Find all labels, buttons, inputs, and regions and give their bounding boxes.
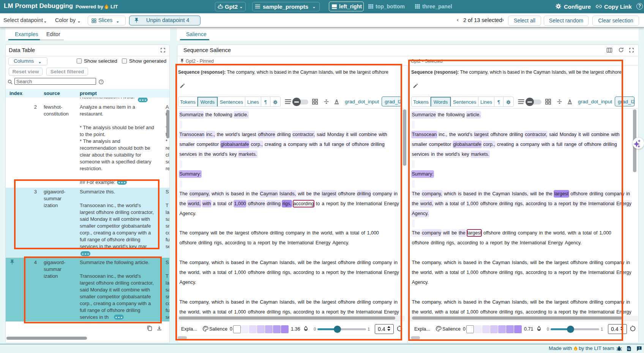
svg-text:?: ?	[100, 80, 102, 84]
